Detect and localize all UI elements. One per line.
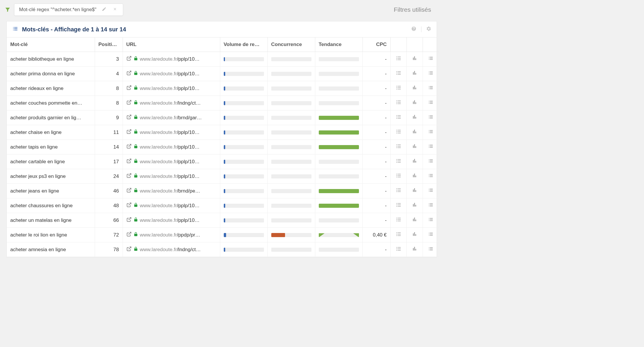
col-header-tendance[interactable]: Tendance [315, 38, 362, 52]
cell-action-list[interactable] [423, 154, 439, 169]
cell-url[interactable]: www.laredoute.fr/pplp/10… [123, 154, 220, 169]
cell-url[interactable]: www.laredoute.fr/pplp/10… [123, 81, 220, 96]
cell-action-serp[interactable] [390, 184, 406, 198]
cell-keyword[interactable]: acheter un matelas en ligne [7, 213, 95, 228]
cell-action-list[interactable] [423, 184, 439, 198]
cell-action-list[interactable] [423, 140, 439, 154]
cell-action-list[interactable] [423, 110, 439, 125]
cell-url[interactable]: www.laredoute.fr/pplp/10… [123, 169, 220, 184]
col-header-keyword[interactable]: Mot-clé [7, 38, 95, 52]
external-link-icon[interactable] [126, 114, 132, 121]
cell-action-chart[interactable] [406, 198, 423, 213]
cell-url[interactable]: www.laredoute.fr/pplp/10… [123, 67, 220, 81]
cell-action-chart[interactable] [406, 213, 423, 228]
cell-keyword[interactable]: acheter rideaux en ligne [7, 81, 95, 96]
external-link-icon[interactable] [126, 173, 132, 180]
cell-position: 17 [95, 154, 123, 169]
col-header-volume[interactable]: Volume de re… [220, 38, 267, 52]
cell-url[interactable]: www.laredoute.fr/pplp/10… [123, 213, 220, 228]
cell-action-list[interactable] [423, 81, 439, 96]
external-link-icon[interactable] [126, 246, 132, 253]
cell-keyword[interactable]: acheter bibliotheque en ligne [7, 52, 95, 67]
cell-keyword[interactable]: acheter produits garnier en lig… [7, 110, 95, 125]
cell-action-list[interactable] [423, 228, 439, 242]
col-header-url[interactable]: URL [123, 38, 220, 52]
external-link-icon[interactable] [126, 232, 132, 238]
external-link-icon[interactable] [126, 188, 132, 194]
cell-action-serp[interactable] [390, 52, 406, 67]
cell-action-list[interactable] [423, 198, 439, 213]
cell-url[interactable]: www.laredoute.fr/ppdp/pr… [123, 228, 220, 242]
cell-action-list[interactable] [423, 213, 439, 228]
cell-keyword[interactable]: acheter tapis en ligne [7, 140, 95, 154]
cell-action-serp[interactable] [390, 228, 406, 242]
cell-url[interactable]: www.laredoute.fr/pplp/10… [123, 125, 220, 140]
external-link-icon[interactable] [126, 70, 132, 77]
cell-action-chart[interactable] [406, 110, 423, 125]
cell-url[interactable]: www.laredoute.fr/lndng/ct… [123, 96, 220, 110]
pencil-icon[interactable] [101, 7, 108, 13]
cell-action-serp[interactable] [390, 213, 406, 228]
external-link-icon[interactable] [126, 85, 132, 92]
funnel-icon[interactable] [3, 5, 12, 14]
cell-keyword[interactable]: acheter jeux ps3 en ligne [7, 169, 95, 184]
cell-keyword[interactable]: acheter chaise en ligne [7, 125, 95, 140]
filter-chip[interactable]: Mot-clé regex "^acheter.*en ligne$" [14, 4, 123, 16]
external-link-icon[interactable] [126, 158, 132, 165]
cell-action-list[interactable] [423, 125, 439, 140]
cell-action-chart[interactable] [406, 154, 423, 169]
external-link-icon[interactable] [126, 217, 132, 224]
cell-action-chart[interactable] [406, 67, 423, 81]
cell-action-chart[interactable] [406, 242, 423, 257]
cell-action-serp[interactable] [390, 198, 406, 213]
cell-action-serp[interactable] [390, 169, 406, 184]
cell-action-chart[interactable] [406, 52, 423, 67]
cell-action-chart[interactable] [406, 96, 423, 110]
cell-keyword[interactable]: acheter cartable en ligne [7, 154, 95, 169]
cell-action-list[interactable] [423, 169, 439, 184]
cell-action-serp[interactable] [390, 67, 406, 81]
cell-action-chart[interactable] [406, 184, 423, 198]
col-header-concurrence[interactable]: Concurrence [267, 38, 315, 52]
cell-url[interactable]: www.laredoute.fr/brnd/gar… [123, 110, 220, 125]
cell-action-serp[interactable] [390, 140, 406, 154]
cell-url[interactable]: www.laredoute.fr/brnd/pe… [123, 184, 220, 198]
serp-icon [396, 72, 401, 77]
cell-action-list[interactable] [423, 52, 439, 67]
cell-action-serp[interactable] [390, 96, 406, 110]
filters-used-label[interactable]: Filtres utilisés [394, 6, 437, 13]
cell-action-chart[interactable] [406, 228, 423, 242]
cell-action-chart[interactable] [406, 140, 423, 154]
cell-action-chart[interactable] [406, 125, 423, 140]
cell-action-list[interactable] [423, 96, 439, 110]
cell-action-serp[interactable] [390, 81, 406, 96]
cell-action-chart[interactable] [406, 169, 423, 184]
close-icon[interactable] [112, 7, 118, 12]
help-icon[interactable] [411, 26, 416, 33]
external-link-icon[interactable] [126, 129, 132, 136]
cell-action-serp[interactable] [390, 154, 406, 169]
cell-keyword[interactable]: acheter prima donna en ligne [7, 67, 95, 81]
cell-keyword[interactable]: acheter jeans en ligne [7, 184, 95, 198]
cell-keyword[interactable]: acheter couches pommette en… [7, 96, 95, 110]
external-link-icon[interactable] [126, 202, 132, 209]
cell-action-serp[interactable] [390, 125, 406, 140]
gear-icon[interactable] [426, 26, 431, 33]
col-header-position[interactable]: Positi… [95, 38, 123, 52]
cell-url[interactable]: www.laredoute.fr/pplp/10… [123, 198, 220, 213]
cell-action-serp[interactable] [390, 110, 406, 125]
cell-url[interactable]: www.laredoute.fr/lndng/ct… [123, 242, 220, 257]
cell-action-serp[interactable] [390, 242, 406, 257]
external-link-icon[interactable] [126, 100, 132, 106]
external-link-icon[interactable] [126, 56, 132, 62]
cell-action-list[interactable] [423, 242, 439, 257]
cell-keyword[interactable]: acheter chaussures en ligne [7, 198, 95, 213]
cell-url[interactable]: www.laredoute.fr/pplp/10… [123, 52, 220, 67]
external-link-icon[interactable] [126, 144, 132, 150]
cell-url[interactable]: www.laredoute.fr/pplp/10… [123, 140, 220, 154]
cell-action-chart[interactable] [406, 81, 423, 96]
cell-keyword[interactable]: acheter amnesia en ligne [7, 242, 95, 257]
cell-action-list[interactable] [423, 67, 439, 81]
col-header-cpc[interactable]: CPC [362, 38, 390, 52]
cell-keyword[interactable]: acheter le roi lion en ligne [7, 228, 95, 242]
